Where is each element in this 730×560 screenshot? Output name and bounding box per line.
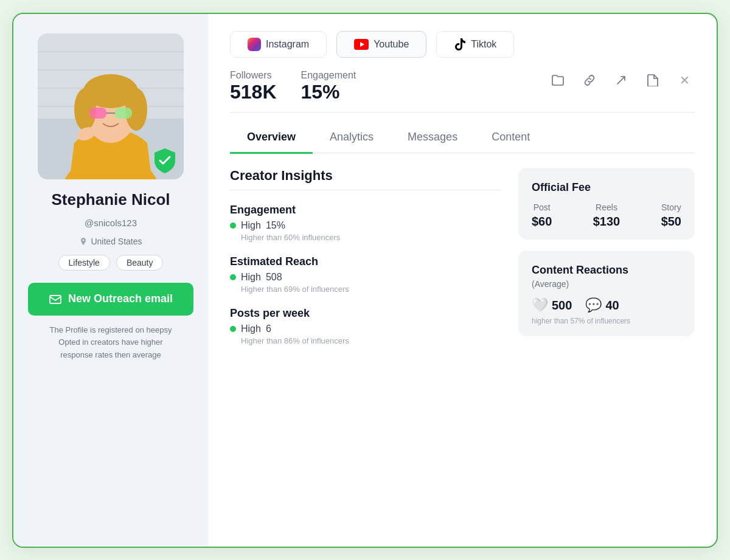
avatar-wrapper (38, 33, 184, 179)
verified-shield-badge (151, 147, 179, 175)
reaction-comments: 💬 40 (585, 297, 619, 313)
insight-reach-row: High 508 (230, 272, 501, 283)
insight-posts-value: 6 (266, 323, 271, 334)
tiktok-label: Tiktok (471, 39, 496, 50)
tab-messages[interactable]: Messages (391, 122, 474, 154)
dot-green-engagement (230, 223, 236, 229)
link-icon[interactable] (579, 70, 600, 91)
insight-posts-name: Posts per week (230, 307, 501, 320)
followers-label: Followers (230, 70, 277, 81)
insight-engagement-sub: Higher than 60% influencers (241, 233, 501, 242)
heart-icon: 🤍 (532, 297, 548, 313)
svg-rect-16 (50, 296, 61, 303)
insight-engagement-level: High (241, 220, 261, 231)
reactions-title: Content Reactions (532, 264, 681, 277)
insight-reach-sub: Higher than 69% of influencers (241, 285, 501, 294)
insight-engagement: Engagement High 15% Higher than 60% infl… (230, 204, 501, 242)
official-fee-card: Official Fee Post $60 Reels $130 Story $ (518, 168, 695, 240)
location-icon (79, 237, 88, 246)
main-content: Instagram Youtube Tiktok Followers 518K (208, 14, 717, 547)
insight-reach: Estimated Reach High 508 Higher than 69%… (230, 255, 501, 294)
outreach-label: New Outreach email (68, 292, 173, 305)
youtube-label: Youtube (374, 39, 409, 50)
fee-post: Post $60 (532, 202, 552, 229)
insight-engagement-name: Engagement (230, 204, 501, 216)
insight-posts: Posts per week High 6 Higher than 86% of… (230, 307, 501, 345)
fee-card-title: Official Fee (532, 181, 681, 194)
content-area: Creator Insights Engagement High 15% Hig… (230, 168, 695, 359)
fee-post-amount: $60 (532, 215, 552, 229)
instagram-label: Instagram (266, 39, 309, 50)
insight-engagement-value: 15% (266, 220, 285, 231)
insight-posts-level: High (241, 323, 261, 334)
fee-reels-amount: $130 (593, 215, 620, 229)
fee-reels-type: Reels (596, 202, 617, 212)
main-card: Stephanie Nicol @snicols123 United State… (12, 13, 718, 548)
reactions-subtitle: (Average) (532, 279, 681, 289)
insight-reach-value: 508 (266, 272, 282, 283)
folder-icon[interactable] (548, 70, 568, 91)
email-icon (49, 292, 62, 306)
engagement-value: 15% (301, 81, 356, 103)
fee-post-type: Post (534, 202, 551, 212)
sidebar: Stephanie Nicol @snicols123 United State… (13, 14, 208, 547)
dot-green-posts (230, 326, 236, 332)
dot-green-reach (230, 274, 236, 280)
profile-location: United States (79, 237, 142, 246)
insights-title: Creator Insights (230, 168, 501, 184)
fee-grid: Post $60 Reels $130 Story $50 (532, 202, 681, 229)
youtube-icon (354, 39, 369, 50)
reactions-note: higher than 57% of influencers (532, 317, 681, 325)
outreach-button[interactable]: New Outreach email (28, 283, 193, 316)
nav-tabs: Overview Analytics Messages Content (230, 122, 695, 154)
creator-insights-panel: Creator Insights Engagement High 15% Hig… (230, 168, 501, 359)
right-cards: Official Fee Post $60 Reels $130 Story $ (518, 168, 695, 359)
close-icon[interactable]: ✕ (674, 70, 695, 91)
followers-value: 518K (230, 81, 277, 103)
tab-content[interactable]: Content (474, 122, 547, 154)
fee-story: Story $50 (661, 202, 681, 229)
insights-divider (230, 190, 501, 190)
insight-reach-level: High (241, 272, 261, 283)
fee-story-amount: $50 (661, 215, 681, 229)
tab-analytics[interactable]: Analytics (313, 122, 391, 154)
insight-reach-name: Estimated Reach (230, 255, 501, 268)
platform-tabs: Instagram Youtube Tiktok (230, 31, 695, 58)
tiktok-icon (454, 38, 466, 51)
svg-rect-13 (115, 108, 132, 119)
comments-value: 40 (605, 299, 619, 313)
followers-stat: Followers 518K (230, 70, 277, 103)
instagram-icon (248, 38, 261, 51)
reactions-row: 🤍 500 💬 40 (532, 297, 681, 313)
action-icons: ✕ (548, 70, 695, 91)
tag-beauty[interactable]: Beauty (116, 255, 164, 271)
reactions-card: Content Reactions (Average) 🤍 500 💬 40 h… (518, 251, 695, 336)
engagement-stat: Engagement 15% (301, 70, 356, 103)
stats-row: Followers 518K Engagement 15% (230, 70, 695, 112)
location-text: United States (91, 237, 142, 246)
profile-handle: @snicols123 (85, 218, 137, 228)
tags-container: Lifestyle Beauty (58, 255, 164, 271)
insight-posts-sub: Higher than 86% of influencers (241, 336, 501, 345)
tab-youtube[interactable]: Youtube (336, 31, 426, 58)
engagement-label: Engagement (301, 70, 356, 81)
tab-overview[interactable]: Overview (230, 122, 313, 154)
tag-lifestyle[interactable]: Lifestyle (58, 255, 110, 271)
tab-instagram[interactable]: Instagram (230, 31, 327, 58)
insight-posts-row: High 6 (230, 323, 501, 334)
sidebar-note: The Profile is registered on heepsy Opte… (50, 324, 172, 362)
fee-reels: Reels $130 (593, 202, 620, 229)
insight-engagement-row: High 15% (230, 220, 501, 231)
reaction-likes: 🤍 500 (532, 297, 572, 313)
export-icon[interactable] (611, 70, 631, 91)
svg-rect-12 (89, 108, 106, 119)
likes-value: 500 (552, 299, 572, 313)
comment-icon: 💬 (585, 297, 602, 313)
fee-story-type: Story (661, 202, 681, 212)
document-icon[interactable] (642, 70, 663, 91)
profile-name: Stephanie Nicol (51, 190, 170, 209)
tab-tiktok[interactable]: Tiktok (436, 31, 514, 58)
